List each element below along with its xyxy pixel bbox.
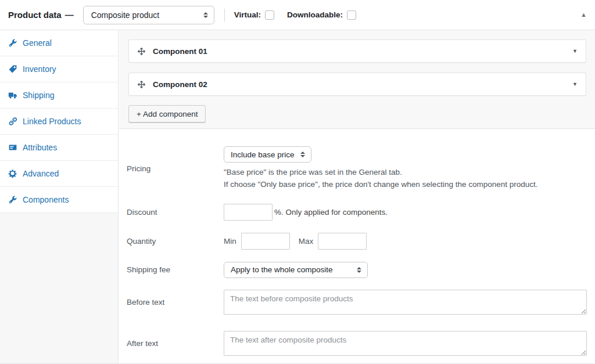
before-text-row: Before text bbox=[127, 290, 586, 315]
chevron-down-icon[interactable]: ▼ bbox=[572, 49, 578, 54]
pricing-description-line1: "Base price" is the price was set in the… bbox=[224, 167, 538, 179]
quantity-min-label: Min bbox=[224, 237, 236, 246]
tab-linked-products[interactable]: Linked Products bbox=[0, 109, 118, 135]
downloadable-label: Downloadable: bbox=[287, 10, 343, 19]
shipping-fee-select[interactable]: Apply to the whole composite bbox=[224, 262, 368, 278]
virtual-checkbox[interactable] bbox=[265, 10, 274, 20]
tab-label: Advanced bbox=[23, 169, 59, 178]
component-title: Component 02 bbox=[153, 80, 207, 89]
add-component-button[interactable]: + Add component bbox=[128, 105, 206, 122]
select-spinner-icon bbox=[300, 152, 305, 157]
product-type-select-value: Composite product bbox=[91, 10, 160, 20]
tag-icon bbox=[8, 64, 17, 74]
pricing-description-line2: If choose "Only base price", the price d… bbox=[224, 179, 538, 191]
link-icon bbox=[8, 117, 17, 126]
tab-shipping[interactable]: Shipping bbox=[0, 82, 118, 109]
quantity-max-label: Max bbox=[299, 237, 314, 246]
panel-header: Product data — Composite product Virtual… bbox=[0, 0, 595, 30]
shipping-fee-label: Shipping fee bbox=[127, 265, 224, 274]
shipping-fee-select-value: Apply to the whole composite bbox=[231, 265, 333, 274]
component-row-2[interactable]: Component 02 ▼ bbox=[128, 73, 586, 96]
chevron-down-icon[interactable]: ▼ bbox=[572, 82, 578, 87]
wrench-icon bbox=[8, 195, 17, 204]
move-icon[interactable] bbox=[137, 47, 146, 56]
panel-title-dash: — bbox=[65, 10, 74, 20]
after-text-row: After text bbox=[127, 331, 586, 356]
tab-attributes[interactable]: Attributes bbox=[0, 135, 118, 161]
select-spinner-icon bbox=[357, 267, 361, 273]
pricing-select[interactable]: Include base price bbox=[224, 146, 311, 163]
after-text-textarea[interactable] bbox=[224, 331, 587, 356]
attributes-icon bbox=[8, 143, 17, 152]
component-row-1[interactable]: Component 01 ▼ bbox=[128, 39, 586, 63]
quantity-row: Quantity Min Max bbox=[127, 233, 586, 250]
pricing-row: Pricing Include base price "Base price" … bbox=[127, 146, 586, 191]
components-panel: Component 01 ▼ Component 02 ▼ + Add comp… bbox=[119, 30, 595, 363]
virtual-label: Virtual: bbox=[234, 10, 261, 19]
downloadable-checkbox[interactable] bbox=[347, 10, 356, 20]
product-data-panel: Product data — Composite product Virtual… bbox=[0, 0, 595, 364]
tab-label: General bbox=[23, 38, 52, 48]
tab-advanced[interactable]: Advanced bbox=[0, 161, 118, 187]
discount-label: Discount bbox=[127, 208, 224, 217]
tab-label: Inventory bbox=[23, 64, 56, 74]
tab-general[interactable]: General bbox=[0, 30, 118, 56]
wrench-icon bbox=[8, 38, 17, 48]
shipping-fee-row: Shipping fee Apply to the whole composit… bbox=[127, 262, 586, 278]
discount-suffix: %. Only applied for components. bbox=[274, 208, 388, 217]
move-icon[interactable] bbox=[137, 80, 146, 89]
gear-icon bbox=[8, 169, 17, 178]
product-data-tabs: General Inventory Shipping Linked Produc… bbox=[0, 30, 119, 363]
quantity-min-input[interactable] bbox=[241, 233, 290, 250]
quantity-max-input[interactable] bbox=[318, 233, 367, 250]
pricing-label: Pricing bbox=[127, 164, 224, 173]
before-text-label: Before text bbox=[127, 298, 224, 307]
panel-title: Product data bbox=[8, 10, 62, 20]
quantity-label: Quantity bbox=[127, 237, 224, 246]
tab-components[interactable]: Components bbox=[0, 187, 118, 213]
product-type-select[interactable]: Composite product bbox=[83, 6, 214, 24]
before-text-textarea[interactable] bbox=[224, 290, 587, 315]
tab-label: Attributes bbox=[23, 143, 57, 152]
components-section: Component 01 ▼ Component 02 ▼ + Add comp… bbox=[119, 30, 595, 129]
discount-row: Discount %. Only applied for components. bbox=[127, 204, 586, 221]
truck-icon bbox=[8, 91, 17, 100]
component-title: Component 01 bbox=[153, 47, 207, 56]
select-spinner-icon bbox=[203, 12, 208, 18]
discount-input[interactable] bbox=[224, 204, 273, 221]
composite-settings-form: Pricing Include base price "Base price" … bbox=[119, 129, 595, 356]
tab-label: Linked Products bbox=[23, 117, 81, 126]
tab-label: Shipping bbox=[23, 91, 55, 100]
pricing-select-value: Include base price bbox=[231, 150, 295, 159]
after-text-label: After text bbox=[127, 339, 224, 348]
header-divider bbox=[224, 9, 225, 21]
collapse-panel-icon[interactable]: ▲ bbox=[580, 12, 587, 18]
tab-inventory[interactable]: Inventory bbox=[0, 56, 118, 82]
tab-label: Components bbox=[23, 195, 69, 204]
